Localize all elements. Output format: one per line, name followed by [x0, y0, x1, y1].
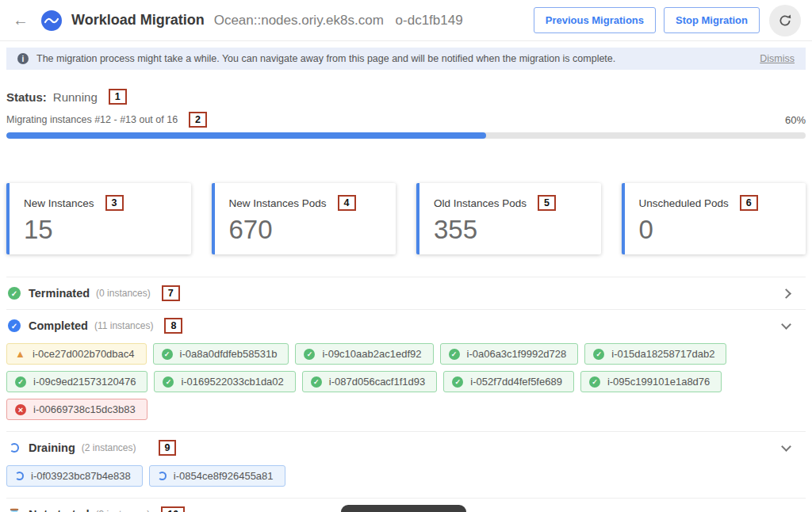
progress-bar: [6, 132, 806, 139]
section-count: (11 instances): [94, 320, 153, 331]
instance-chip[interactable]: i-052f7dd4fef5fe689: [443, 371, 574, 392]
card-value: 15: [24, 215, 177, 245]
migration-sections: ✓ Terminated (0 instances) 7 ✓ Completed…: [6, 277, 806, 512]
check-circle-icon: [311, 376, 322, 388]
annotation-4: 4: [338, 195, 356, 211]
section-title: Terminated: [29, 287, 90, 300]
card-unscheduled-pods: Unscheduled Pods 6 0: [622, 183, 806, 254]
section-draining-header[interactable]: Draining (2 instances) 9: [6, 432, 806, 464]
card-new-instances: New Instances 3 15: [6, 183, 191, 254]
check-circle-icon: [304, 349, 315, 360]
instance-chip[interactable]: i-0169522033cb1da02: [154, 371, 295, 392]
section-draining: Draining (2 instances) 9 i-0f03923bc87b4…: [6, 431, 806, 498]
ocean-logo-icon: [41, 10, 62, 31]
annotation-1: 1: [109, 89, 127, 105]
section-completed: ✓ Completed (11 instances) 8 i-0ce27d002…: [6, 309, 806, 431]
instance-chip[interactable]: i-0a8a0dfdfeb58531b: [153, 343, 289, 365]
status-block: Status: Running 1 Migrating instances #1…: [6, 89, 806, 139]
instance-chip[interactable]: i-09c10aab2ac1edf92: [295, 343, 433, 365]
instance-chip[interactable]: i-0ce27d002b70dbac4: [6, 343, 147, 365]
section-count: (3 instances): [96, 509, 151, 512]
annotation-3: 3: [105, 195, 124, 211]
refresh-button[interactable]: [769, 5, 801, 36]
instance-chip[interactable]: i-087d056cacf1f1d93: [302, 371, 437, 392]
annotation-8: 8: [164, 318, 182, 334]
check-circle-icon: [449, 349, 460, 360]
card-label: New Instances: [24, 197, 94, 209]
completed-chips: i-0ce27d002b70dbac4 i-0a8a0dfdfeb58531b …: [6, 342, 806, 431]
refresh-icon: [778, 13, 792, 28]
status-label: Status:: [6, 90, 47, 104]
instance-id: i-0a8a0dfdfeb58531b: [180, 348, 278, 360]
dismiss-link[interactable]: Dismiss: [760, 53, 795, 64]
section-title: Draining: [29, 441, 75, 454]
stop-migration-button[interactable]: Stop Migration: [664, 7, 760, 33]
check-circle-icon: [593, 349, 604, 360]
instance-id: i-0a06a3c1f9992d728: [467, 348, 567, 360]
section-terminated-header[interactable]: ✓ Terminated (0 instances) 7: [6, 277, 806, 309]
instance-id: i-0169522033cb1da02: [181, 376, 283, 388]
check-circle-green-icon: ✓: [8, 287, 21, 300]
card-label: Unscheduled Pods: [639, 197, 729, 209]
section-count: (2 instances): [82, 442, 136, 453]
progress-fill: [6, 132, 486, 139]
header-actions: Previous Migrations Stop Migration: [526, 5, 801, 36]
chevron-down-icon[interactable]: [781, 508, 791, 512]
ocean-id: o-dc1fb149: [396, 13, 463, 28]
annotation-2: 2: [189, 112, 207, 128]
annotation-6: 6: [740, 195, 758, 211]
card-value: 670: [229, 215, 382, 245]
section-completed-header[interactable]: ✓ Completed (11 instances) 8: [6, 310, 806, 342]
instance-chip[interactable]: i-0854ce8f926455a81: [149, 465, 285, 487]
instance-chip[interactable]: i-0f03923bc87b4e838: [6, 465, 143, 487]
annotation-7: 7: [162, 285, 180, 301]
instance-id: i-09c9ed21573120476: [33, 376, 136, 388]
section-count: (0 instances): [96, 288, 151, 299]
section-terminated: ✓ Terminated (0 instances) 7: [6, 277, 806, 309]
progress-text: Migrating instances #12 - #13 out of 16: [6, 114, 178, 125]
hourglass-icon: ⌛: [8, 508, 21, 512]
instance-id: i-087d056cacf1f1d93: [329, 376, 425, 388]
bottom-overlay-bar: [341, 505, 466, 512]
previous-migrations-button[interactable]: Previous Migrations: [534, 7, 656, 33]
instance-chip[interactable]: i-0a06a3c1f9992d728: [440, 343, 579, 365]
instance-chip[interactable]: i-095c199101e1a8d76: [580, 371, 722, 392]
section-title: Not started: [29, 508, 90, 512]
warning-triangle-icon: [15, 348, 25, 360]
chevron-right-icon[interactable]: [781, 288, 791, 299]
info-icon: i: [17, 53, 29, 64]
banner-text: The migration process might take a while…: [36, 53, 615, 64]
instance-id: i-015da18258717dab2: [611, 348, 714, 360]
check-circle-icon: [452, 376, 463, 388]
page-header: ← Workload Migration Ocean::nodes.oriy.e…: [0, 0, 812, 41]
instance-chip[interactable]: i-09c9ed21573120476: [6, 371, 147, 392]
info-banner: i The migration process might take a whi…: [6, 48, 806, 70]
draining-chips: i-0f03923bc87b4e838 i-0854ce8f926455a81: [6, 464, 806, 498]
instance-id: i-0ce27d002b70dbac4: [33, 348, 135, 360]
check-circle-blue-icon: ✓: [8, 319, 21, 332]
error-circle-icon: [15, 404, 26, 415]
instance-id: i-052f7dd4fef5fe689: [470, 376, 562, 388]
instance-id: i-09c10aab2ac1edf92: [322, 348, 421, 360]
card-old-instances-pods: Old Instances Pods 5 355: [416, 183, 601, 254]
instance-id: i-0f03923bc87b4e838: [31, 470, 131, 482]
check-circle-icon: [589, 376, 600, 388]
chevron-down-icon[interactable]: [781, 319, 791, 330]
section-title: Completed: [29, 319, 88, 332]
check-circle-icon: [162, 349, 173, 360]
check-circle-icon: [163, 376, 174, 388]
instance-chip[interactable]: i-015da18258717dab2: [584, 343, 726, 365]
cluster-name: Ocean::nodes.oriy.ek8s.com: [214, 13, 384, 28]
instance-id: i-095c199101e1a8d76: [607, 376, 710, 388]
card-value: 0: [639, 215, 792, 245]
annotation-5: 5: [538, 195, 556, 211]
breadcrumb: Ocean::nodes.oriy.ek8s.com o-dc1fb149: [214, 13, 471, 29]
instance-id: i-00669738c15dc3b83: [33, 403, 136, 415]
chevron-down-icon[interactable]: [781, 441, 791, 452]
back-arrow-icon[interactable]: ←: [13, 11, 29, 29]
page-title: Workload Migration: [71, 12, 205, 29]
summary-cards: New Instances 3 15 New Instances Pods 4 …: [6, 183, 806, 254]
instance-chip[interactable]: i-00669738c15dc3b83: [6, 399, 147, 420]
status-value: Running: [53, 90, 98, 104]
progress-percent: 60%: [785, 114, 806, 126]
